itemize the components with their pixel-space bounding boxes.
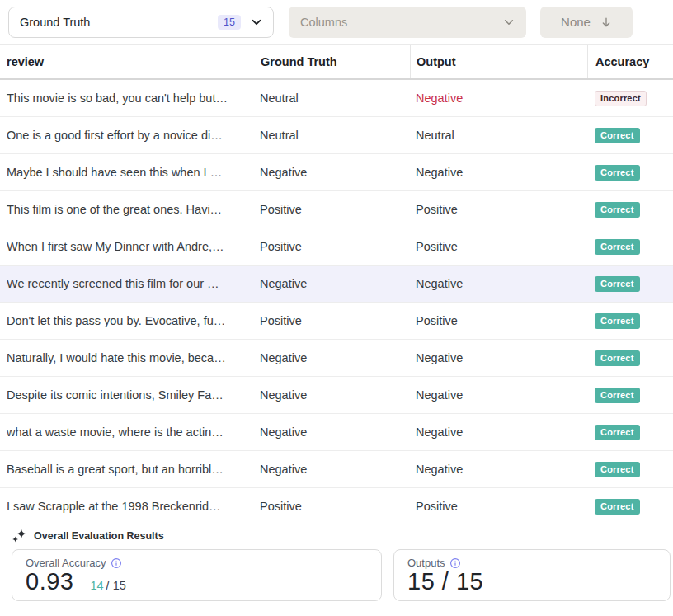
outputs-card: Outputs 15 / 15 (393, 549, 671, 601)
ground-truth-cell: Positive (256, 240, 410, 253)
review-cell: Naturally, I would hate this movie, beca… (0, 351, 256, 364)
chevron-down-icon (251, 16, 262, 28)
ground-truth-cell: Negative (256, 277, 410, 290)
review-cell: One is a good first effort by a novice d… (0, 129, 256, 142)
ground-truth-cell: Negative (256, 463, 410, 476)
ground-truth-select-label: Ground Truth (20, 16, 218, 29)
table-body: This movie is so bad, you can't help but… (0, 80, 673, 520)
accuracy-badge: Correct (595, 350, 640, 366)
accuracy-badge: Correct (595, 128, 640, 143)
output-cell: Negative (410, 426, 587, 439)
accuracy-badge: Correct (595, 425, 640, 440)
review-cell: Don't let this pass you by. Evocative, f… (0, 314, 256, 327)
accuracy-cell: Correct (587, 462, 673, 477)
review-cell: I saw Scrapple at the 1998 Breckenrid… (0, 500, 256, 513)
ground-truth-cell: Positive (256, 203, 410, 216)
results-cards: Overall Accuracy 0.93 14/ 15 Outputs (0, 543, 673, 601)
output-cell: Negative (410, 92, 587, 105)
sparkles-icon (12, 529, 26, 543)
overall-results-header: Overall Evaluation Results (0, 520, 673, 543)
output-value: Negative (416, 92, 463, 105)
output-cell: Neutral (410, 129, 587, 142)
output-cell: Negative (410, 351, 587, 364)
review-cell: This film is one of the great ones. Havi… (0, 203, 256, 216)
info-icon[interactable] (449, 557, 461, 569)
ground-truth-cell: Neutral (256, 129, 410, 142)
output-cell: Positive (410, 203, 587, 216)
output-cell: Negative (410, 277, 587, 290)
output-cell: Negative (410, 166, 587, 179)
ground-truth-cell: Negative (256, 426, 410, 439)
header-output: Output (410, 45, 587, 78)
accuracy-cell: Correct (587, 499, 673, 515)
ground-truth-cell: Negative (256, 388, 410, 402)
info-icon[interactable] (111, 557, 122, 569)
sort-order-label: None (561, 15, 591, 29)
output-cell: Negative (410, 388, 587, 402)
output-cell: Negative (410, 463, 587, 476)
overall-accuracy-card: Overall Accuracy 0.93 14/ 15 (12, 549, 382, 601)
ground-truth-cell: Negative (256, 351, 410, 364)
header-review: review (0, 45, 256, 78)
columns-select[interactable]: Columns (289, 7, 526, 38)
review-cell: what a waste movie, where is the actin… (0, 426, 256, 439)
table-row[interactable]: This film is one of the great ones. Havi… (0, 191, 673, 228)
output-value: Negative (416, 166, 463, 179)
accuracy-cell: Correct (587, 350, 673, 366)
accuracy-badge: Incorrect (595, 91, 647, 106)
review-cell: This movie is so bad, you can't help but… (0, 92, 256, 105)
outputs-label: Outputs (407, 557, 445, 569)
output-cell: Positive (410, 500, 587, 513)
review-cell: When I first saw My Dinner with Andre,… (0, 240, 256, 253)
table-row[interactable]: Despite its comic intentions, Smiley Fa…… (0, 377, 673, 414)
accuracy-cell: Correct (587, 128, 673, 143)
review-cell: We recently screened this film for our … (0, 277, 256, 290)
review-cell: Despite its comic intentions, Smiley Fa… (0, 388, 256, 402)
output-value: Positive (416, 314, 458, 327)
table-row[interactable]: I saw Scrapple at the 1998 Breckenrid… P… (0, 488, 673, 520)
output-value: Neutral (416, 129, 454, 142)
row-count-badge: 15 (218, 15, 241, 30)
table-row[interactable]: One is a good first effort by a novice d… (0, 117, 673, 154)
ground-truth-cell: Negative (256, 166, 410, 179)
table-row[interactable]: When I first saw My Dinner with Andre,… … (0, 228, 673, 266)
accuracy-badge: Correct (595, 313, 640, 329)
output-value: Positive (416, 240, 458, 253)
output-value: Negative (416, 388, 463, 402)
output-value: Negative (416, 351, 463, 364)
accuracy-cell: Incorrect (587, 91, 673, 106)
accuracy-badge: Correct (595, 388, 640, 403)
output-cell: Positive (410, 314, 587, 327)
table-row[interactable]: This movie is so bad, you can't help but… (0, 80, 673, 117)
accuracy-cell: Correct (587, 425, 673, 440)
ground-truth-select[interactable]: Ground Truth 15 (8, 7, 274, 38)
output-value: Positive (416, 500, 458, 513)
overall-results-panel: Overall Evaluation Results Overall Accur… (0, 520, 673, 616)
output-value: Negative (416, 277, 463, 290)
table-header: review Ground Truth Output Accuracy (0, 45, 673, 80)
arrow-down-icon (600, 16, 612, 28)
output-cell: Positive (410, 240, 587, 253)
table-row[interactable]: Baseball is a great sport, but an horrib… (0, 451, 673, 488)
accuracy-cell: Correct (587, 388, 673, 403)
chevron-down-icon (503, 16, 515, 28)
accuracy-fraction: 14/ 15 (90, 579, 125, 592)
table-row[interactable]: Don't let this pass you by. Evocative, f… (0, 303, 673, 340)
accuracy-cell: Correct (587, 239, 673, 255)
header-accuracy: Accuracy (587, 45, 673, 78)
output-value: Negative (416, 463, 463, 476)
accuracy-cell: Correct (587, 276, 673, 292)
table-row[interactable]: Maybe I should have seen this when I … N… (0, 154, 673, 191)
accuracy-badge: Correct (595, 276, 640, 292)
table-row[interactable]: We recently screened this film for our …… (0, 266, 673, 303)
ground-truth-cell: Positive (256, 500, 410, 513)
accuracy-badge: Correct (595, 239, 640, 255)
ground-truth-cell: Positive (256, 314, 410, 327)
table-row[interactable]: Naturally, I would hate this movie, beca… (0, 340, 673, 377)
overall-accuracy-label: Overall Accuracy (26, 557, 106, 569)
review-cell: Baseball is a great sport, but an horrib… (0, 463, 256, 476)
accuracy-cell: Correct (587, 313, 673, 329)
sort-order-button[interactable]: None (540, 7, 633, 38)
outputs-value: 15 / 15 (407, 568, 483, 595)
table-row[interactable]: what a waste movie, where is the actin… … (0, 414, 673, 451)
